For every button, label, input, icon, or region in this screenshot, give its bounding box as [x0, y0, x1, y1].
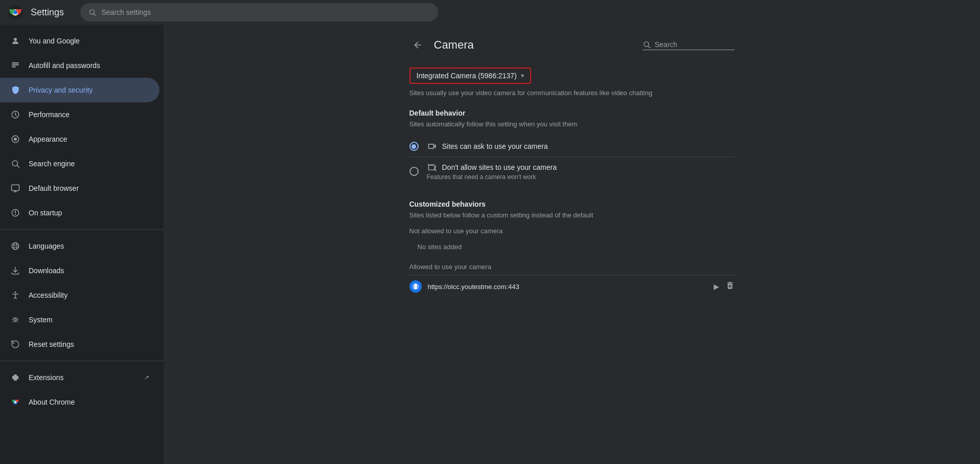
sidebar-item-languages[interactable]: Languages: [0, 234, 159, 258]
sidebar-label-performance: Performance: [29, 111, 149, 119]
sidebar-item-you-and-google[interactable]: You and Google: [0, 29, 159, 53]
dropdown-arrow-icon: ▾: [521, 72, 524, 79]
sidebar-label-languages: Languages: [29, 242, 149, 250]
svg-rect-8: [12, 67, 16, 68]
search-icon: [88, 8, 96, 16]
radio-circle-block: [409, 167, 419, 176]
sidebar-item-default-browser[interactable]: Default browser: [0, 176, 159, 201]
reset-icon: [10, 339, 20, 349]
site-url-text: https://olcc.youtestme.com:443: [428, 283, 708, 291]
site-expand-arrow[interactable]: ▶: [714, 282, 719, 291]
customized-behaviors-title: Customized behaviors: [409, 200, 735, 208]
site-delete-button[interactable]: [725, 281, 735, 292]
performance-icon: [10, 109, 20, 120]
radio-main-allow: Sites can ask to use your camera: [427, 141, 548, 151]
customized-behaviors-section: Customized behaviors Sites listed below …: [409, 200, 735, 298]
content-area: Camera Integrated Camera (5986:2137) ▾ S…: [164, 25, 980, 464]
person-icon: [10, 36, 20, 46]
top-bar: Settings: [0, 0, 980, 25]
sidebar-item-about-chrome[interactable]: About Chrome: [0, 390, 159, 414]
site-favicon: [409, 280, 422, 293]
camera-dropdown[interactable]: Integrated Camera (5986:2137) ▾: [409, 68, 531, 84]
default-behavior-subtitle: Sites automatically follow this setting …: [409, 120, 735, 128]
external-link-icon: ↗: [144, 374, 149, 381]
content-header-left: Camera: [409, 37, 474, 53]
radio-desc-block: Features that need a camera won't work: [427, 173, 557, 181]
sidebar-item-downloads[interactable]: Downloads: [0, 258, 159, 283]
radio-option-block[interactable]: Don't allow sites to use your camera Fea…: [409, 157, 735, 186]
sidebar-item-performance[interactable]: Performance: [0, 102, 159, 127]
svg-point-5: [14, 38, 17, 41]
customized-behaviors-subtitle: Sites listed below follow a custom setti…: [409, 211, 735, 219]
not-allowed-title: Not allowed to use your camera: [409, 227, 735, 235]
sidebar: You and Google Autofill and passwords Pr…: [0, 25, 164, 464]
default-behavior-title: Default behavior: [409, 109, 735, 117]
svg-point-21: [15, 292, 16, 293]
svg-line-13: [17, 165, 19, 167]
main-layout: You and Google Autofill and passwords Pr…: [0, 25, 980, 464]
sidebar-item-extensions[interactable]: Extensions ↗: [0, 365, 159, 390]
languages-icon: [10, 241, 20, 251]
content-panel: Camera Integrated Camera (5986:2137) ▾ S…: [393, 25, 751, 310]
sidebar-label-autofill: Autofill and passwords: [29, 61, 149, 70]
sidebar-divider-2: [0, 361, 164, 361]
settings-title: Settings: [31, 7, 64, 18]
search-engine-icon: [10, 159, 20, 169]
allowed-title: Allowed to use your camera: [409, 263, 735, 271]
about-chrome-icon: [10, 397, 20, 407]
sidebar-item-appearance[interactable]: Appearance: [0, 127, 159, 151]
sidebar-item-on-startup[interactable]: On startup: [0, 201, 159, 225]
sidebar-item-system[interactable]: System: [0, 307, 159, 332]
top-search-input[interactable]: [101, 8, 430, 16]
sidebar-label-search-engine: Search engine: [29, 160, 149, 168]
sidebar-label-reset-settings: Reset settings: [29, 340, 149, 348]
sidebar-label-privacy-security: Privacy and security: [29, 86, 149, 94]
camera-block-icon: [427, 162, 437, 172]
sidebar-label-accessibility: Accessibility: [29, 291, 149, 299]
accessibility-icon: [10, 290, 20, 300]
content-search-input[interactable]: [655, 40, 732, 49]
system-icon: [10, 315, 20, 325]
top-search-bar[interactable]: [80, 3, 438, 21]
sidebar-label-you-and-google: You and Google: [29, 37, 149, 45]
radio-label-block: Don't allow sites to use your camera: [442, 163, 557, 171]
svg-point-10: [14, 138, 17, 141]
back-button[interactable]: [409, 37, 426, 53]
svg-line-26: [648, 46, 650, 48]
camera-allow-icon: [427, 141, 437, 151]
sidebar-label-default-browser: Default browser: [29, 184, 149, 192]
sidebar-label-about-chrome: About Chrome: [29, 398, 149, 406]
svg-rect-6: [12, 62, 19, 63]
radio-content-block: Don't allow sites to use your camera Fea…: [427, 162, 557, 181]
sidebar-item-autofill[interactable]: Autofill and passwords: [0, 53, 159, 78]
sidebar-item-reset-settings[interactable]: Reset settings: [0, 332, 159, 357]
svg-point-16: [15, 214, 16, 215]
svg-rect-14: [12, 185, 19, 190]
sidebar-label-system: System: [29, 316, 149, 324]
extensions-icon: [10, 372, 20, 383]
startup-icon: [10, 208, 20, 218]
sidebar-item-privacy-security[interactable]: Privacy and security: [0, 78, 159, 102]
svg-line-4: [94, 14, 96, 16]
svg-point-24: [14, 401, 16, 403]
site-row: https://olcc.youtestme.com:443 ▶: [409, 275, 735, 298]
camera-subtitle: Sites usually use your video camera for …: [409, 89, 735, 97]
camera-dropdown-value: Integrated Camera (5986:2137): [417, 72, 517, 80]
content-search-icon: [643, 40, 651, 49]
chrome-logo: [8, 5, 22, 19]
sidebar-label-extensions: Extensions: [29, 373, 136, 382]
downloads-icon: [10, 266, 20, 276]
svg-rect-7: [12, 64, 19, 65]
sidebar-item-accessibility[interactable]: Accessibility: [0, 283, 159, 307]
svg-point-18: [14, 242, 17, 250]
sidebar-item-search-engine[interactable]: Search engine: [0, 151, 159, 176]
autofill-icon: [10, 60, 20, 71]
default-behavior-section: Default behavior Sites automatically fol…: [409, 109, 735, 186]
content-header: Camera: [409, 37, 735, 53]
content-title: Camera: [434, 38, 474, 52]
radio-main-block: Don't allow sites to use your camera: [427, 162, 557, 172]
sidebar-label-appearance: Appearance: [29, 135, 149, 143]
no-sites-label: No sites added: [409, 239, 735, 255]
radio-option-allow[interactable]: Sites can ask to use your camera: [409, 136, 735, 157]
content-search-bar[interactable]: [643, 40, 735, 50]
